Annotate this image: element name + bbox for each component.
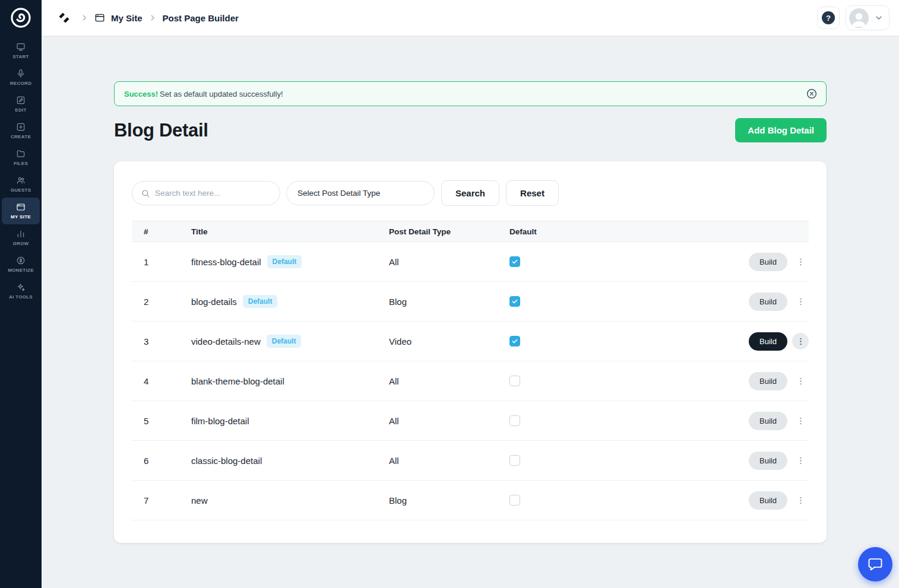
sidebar-item-create[interactable]: CREATE xyxy=(2,117,40,144)
chat-fab-button[interactable] xyxy=(858,547,892,581)
check-icon xyxy=(511,258,518,265)
breadcrumb: My Site Post Page Builder xyxy=(57,11,239,25)
kebab-menu-icon[interactable] xyxy=(792,412,809,429)
dots-vertical-icon xyxy=(796,257,806,267)
sidebar-item-grow[interactable]: GROW xyxy=(2,224,40,251)
sidebar-item-files[interactable]: FILES xyxy=(2,144,40,171)
default-checkbox[interactable] xyxy=(509,495,520,506)
build-button[interactable]: Build xyxy=(749,293,787,311)
dots-vertical-icon xyxy=(796,376,806,386)
blog-detail-card: Select Post Detail Type Search Reset # T… xyxy=(114,161,827,543)
default-checkbox[interactable] xyxy=(509,455,520,466)
dots-vertical-icon xyxy=(796,456,806,466)
build-button[interactable]: Build xyxy=(749,332,787,351)
build-button[interactable]: Build xyxy=(749,412,787,430)
kebab-menu-icon[interactable] xyxy=(792,253,809,270)
sidebar-item-label: CREATE xyxy=(11,134,31,139)
site-window-icon xyxy=(94,12,105,23)
row-title: video-details-new xyxy=(191,336,261,347)
sidebar-item-label: EDIT xyxy=(15,107,26,113)
column-header-index: # xyxy=(132,227,191,236)
question-icon: ? xyxy=(822,11,835,24)
sidebar-item-start[interactable]: START xyxy=(2,37,40,64)
build-button[interactable]: Build xyxy=(749,452,787,470)
main-area: My Site Post Page Builder ? Success!Set … xyxy=(42,0,899,588)
chat-icon xyxy=(868,557,883,572)
sidebar-item-label: AI TOOLS xyxy=(9,294,33,300)
sidebar-item-ai-tools[interactable]: AI TOOLS xyxy=(2,278,40,304)
help-button[interactable]: ? xyxy=(817,7,840,29)
topbar: My Site Post Page Builder ? xyxy=(42,0,899,36)
close-icon[interactable] xyxy=(806,88,818,100)
brand-logo-icon[interactable] xyxy=(57,11,71,25)
success-alert: Success!Set as default updated successfu… xyxy=(114,81,827,106)
default-badge: Default xyxy=(267,255,302,268)
select-value: Select Post Detail Type xyxy=(297,189,380,198)
row-index: 6 xyxy=(132,456,191,466)
row-index: 1 xyxy=(132,257,191,267)
build-button[interactable]: Build xyxy=(749,372,787,390)
breadcrumb-my-site[interactable]: My Site xyxy=(111,13,143,23)
add-blog-detail-button[interactable]: Add Blog Detail xyxy=(735,118,827,142)
create-icon xyxy=(16,122,26,132)
alert-message: Set as default updated successfully! xyxy=(160,90,283,98)
row-title: blank-theme-blog-detail xyxy=(191,376,284,386)
default-checkbox[interactable] xyxy=(509,296,520,307)
avatar xyxy=(849,8,869,28)
column-header-default: Default xyxy=(509,227,721,236)
default-checkbox[interactable] xyxy=(509,376,520,386)
table-row: 3video-details-newDefaultVideoBuild xyxy=(132,322,809,361)
default-checkbox[interactable] xyxy=(509,415,520,426)
folder-icon xyxy=(16,149,26,158)
search-input[interactable] xyxy=(155,189,271,198)
table-row: 1fitness-blog-detailDefaultAllBuild xyxy=(132,242,809,282)
post-detail-type-select[interactable]: Select Post Detail Type xyxy=(286,181,435,205)
reset-button[interactable]: Reset xyxy=(506,180,559,206)
default-checkbox[interactable] xyxy=(509,256,520,267)
column-header-type: Post Detail Type xyxy=(389,227,509,236)
table-body: 1fitness-blog-detailDefaultAllBuild2blog… xyxy=(132,242,809,520)
kebab-menu-icon[interactable] xyxy=(792,492,809,508)
chevron-right-icon xyxy=(148,14,157,22)
row-default-cell xyxy=(509,495,721,506)
sidebar-item-label: MONETIZE xyxy=(8,268,34,273)
kebab-menu-icon[interactable] xyxy=(792,293,809,310)
row-title-cell: video-details-newDefault xyxy=(191,335,389,348)
default-checkbox[interactable] xyxy=(509,336,520,347)
row-post-detail-type: Blog xyxy=(389,495,509,506)
sidebar-item-label: RECORD xyxy=(10,81,31,86)
row-default-cell xyxy=(509,415,721,426)
users-icon xyxy=(16,176,26,185)
kebab-menu-icon[interactable] xyxy=(792,373,809,389)
build-button[interactable]: Build xyxy=(749,491,787,510)
sidebar-item-edit[interactable]: EDIT xyxy=(2,91,40,117)
build-button[interactable]: Build xyxy=(749,253,787,271)
monitor-icon xyxy=(16,42,26,52)
row-actions: Build xyxy=(721,293,809,311)
dots-vertical-icon xyxy=(796,495,806,506)
sidebar-item-label: FILES xyxy=(14,161,28,166)
account-menu-button[interactable] xyxy=(846,5,889,30)
row-title-cell: blog-detailsDefault xyxy=(191,295,389,308)
sidebar: STARTRECORDEDITCREATEFILESGUESTSMY SITEG… xyxy=(0,0,42,588)
row-title-cell: fitness-blog-detailDefault xyxy=(191,255,389,268)
search-button[interactable]: Search xyxy=(441,180,499,206)
kebab-menu-icon[interactable] xyxy=(792,333,809,349)
row-title-cell: new xyxy=(191,495,389,506)
edit-icon xyxy=(16,96,26,105)
row-post-detail-type: All xyxy=(389,376,509,386)
chevron-right-icon xyxy=(80,14,88,22)
row-default-cell xyxy=(509,376,721,386)
search-icon xyxy=(141,189,150,198)
dots-vertical-icon xyxy=(796,297,806,307)
sidebar-item-record[interactable]: RECORD xyxy=(2,64,40,91)
kebab-menu-icon[interactable] xyxy=(792,452,809,469)
sidebar-item-guests[interactable]: GUESTS xyxy=(2,171,40,198)
sidebar-item-my-site[interactable]: MY SITE xyxy=(2,198,40,224)
sidebar-item-monetize[interactable]: MONETIZE xyxy=(2,251,40,278)
row-title: film-blog-detail xyxy=(191,416,249,426)
row-post-detail-type: All xyxy=(389,257,509,267)
sparkle-icon xyxy=(16,282,26,292)
app-logo-icon[interactable] xyxy=(8,5,33,30)
sidebar-item-label: START xyxy=(12,54,29,59)
